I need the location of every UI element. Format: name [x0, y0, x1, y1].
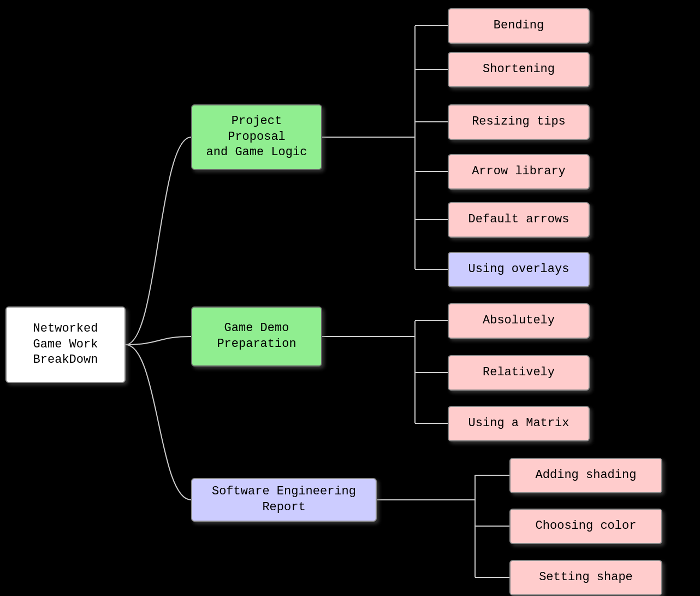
- node-project_proposal: Project Proposal and Game Logic: [191, 104, 322, 170]
- node-game_demo: Game Demo Preparation: [191, 306, 322, 367]
- node-adding_shading: Adding shading: [509, 458, 662, 493]
- node-label-game_demo: Game Demo Preparation: [217, 321, 296, 352]
- node-choosing_color: Choosing color: [509, 509, 662, 544]
- node-using_matrix: Using a Matrix: [448, 406, 590, 441]
- node-root: Networked Game Work BreakDown: [5, 306, 126, 383]
- node-arrow_library: Arrow library: [448, 154, 590, 190]
- node-label-absolutely: Absolutely: [483, 313, 555, 329]
- node-shortening: Shortening: [448, 52, 590, 87]
- node-label-using_matrix: Using a Matrix: [468, 416, 570, 432]
- node-absolutely: Absolutely: [448, 303, 590, 339]
- node-relatively: Relatively: [448, 355, 590, 391]
- node-label-root: Networked Game Work BreakDown: [33, 321, 98, 368]
- node-default_arrows: Default arrows: [448, 202, 590, 238]
- node-label-relatively: Relatively: [483, 365, 555, 381]
- node-label-project_proposal: Project Proposal and Game Logic: [200, 114, 313, 161]
- node-label-choosing_color: Choosing color: [536, 518, 637, 534]
- node-bending: Bending: [448, 8, 590, 44]
- node-software_eng: Software Engineering Report: [191, 478, 377, 522]
- node-label-bending: Bending: [494, 18, 544, 34]
- node-label-arrow_library: Arrow library: [472, 164, 566, 180]
- node-using_overlays: Using overlays: [448, 252, 590, 287]
- node-setting_shape: Setting shape: [509, 560, 662, 595]
- node-resizing_tips: Resizing tips: [448, 104, 590, 140]
- node-label-using_overlays: Using overlays: [468, 262, 570, 278]
- node-label-setting_shape: Setting shape: [539, 570, 633, 586]
- node-label-software_eng: Software Engineering Report: [200, 484, 368, 515]
- node-label-adding_shading: Adding shading: [536, 468, 637, 483]
- node-label-resizing_tips: Resizing tips: [472, 114, 566, 130]
- node-label-default_arrows: Default arrows: [468, 212, 570, 228]
- node-label-shortening: Shortening: [483, 62, 555, 78]
